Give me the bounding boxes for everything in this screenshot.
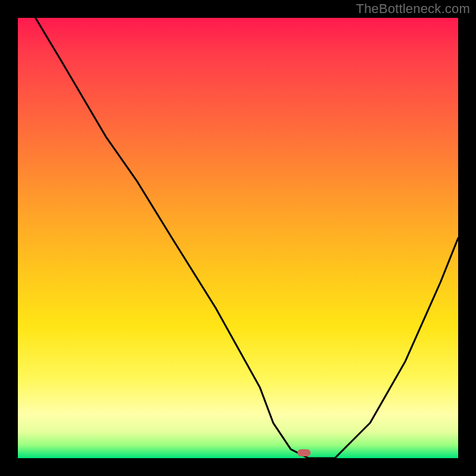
watermark-text: TheBottleneck.com [356, 1, 470, 17]
optimum-marker [298, 449, 311, 456]
bottleneck-curve-path [36, 18, 458, 458]
curve-svg [18, 18, 458, 458]
plot-area [18, 18, 458, 458]
chart-frame: TheBottleneck.com [0, 0, 476, 476]
